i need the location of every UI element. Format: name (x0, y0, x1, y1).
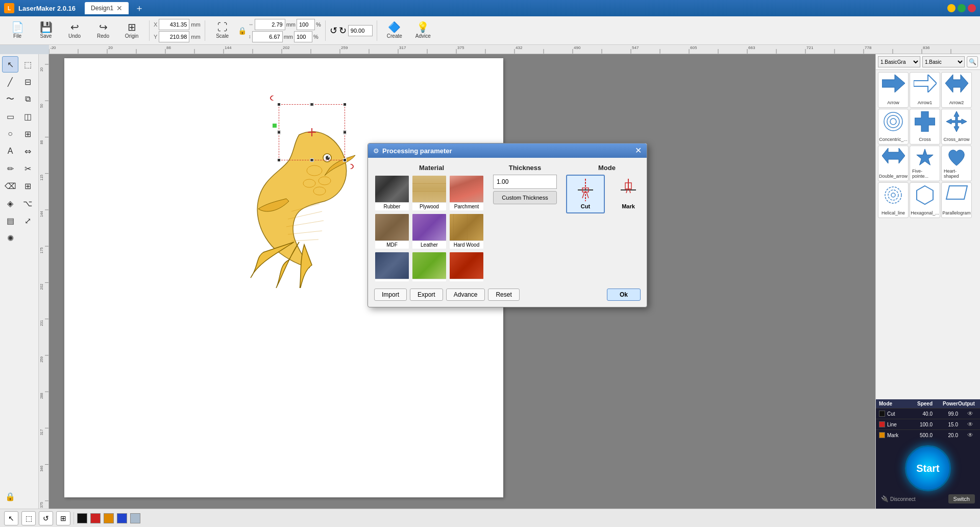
security-button[interactable]: 🔒 (2, 488, 18, 505)
h-input[interactable] (252, 31, 283, 42)
shape-heart[interactable]: Heart-shaped (941, 146, 972, 181)
shape-arrow2[interactable]: Arrow2 (941, 72, 972, 108)
w-input[interactable] (255, 19, 285, 30)
minimize-button[interactable] (947, 4, 955, 12)
fill-tool[interactable]: ◈ (2, 195, 18, 211)
material-parchment[interactable]: Parchment (449, 175, 484, 211)
rotate-handle-tl[interactable] (269, 94, 276, 102)
dialog-close-button[interactable]: ✕ (635, 147, 642, 155)
file-button[interactable]: 📄 File (4, 18, 31, 43)
y-input[interactable] (159, 31, 189, 42)
offset-tool[interactable]: ◫ (19, 108, 36, 125)
material-hardwood[interactable]: Hard Wood (449, 213, 484, 250)
shape-selector-2[interactable]: 1.Basic (922, 56, 965, 67)
ok-button[interactable]: Ok (607, 289, 641, 301)
app-tab[interactable]: Design1 ✕ (85, 2, 129, 14)
shape-arrow[interactable]: Arrow (878, 72, 909, 108)
mark-mode-name[interactable]: Mark (879, 432, 907, 438)
cut-tool[interactable]: ✂ (19, 160, 36, 177)
start-button[interactable]: Start (905, 445, 951, 491)
maximize-button[interactable] (958, 4, 966, 12)
material-fabric2[interactable] (411, 251, 447, 282)
shape-hexagonal[interactable]: Hexagonal_... (910, 182, 940, 218)
shape-five-pointed[interactable]: Five-pointe... (910, 146, 940, 181)
rotate-cw-icon[interactable]: ↻ (339, 25, 347, 36)
eraser-tool[interactable]: ⌫ (2, 178, 18, 194)
handle-tr[interactable] (343, 103, 347, 106)
color-swatch-orange[interactable] (104, 513, 114, 523)
pencil-tool[interactable]: ✏ (2, 160, 18, 177)
shape-concentric[interactable]: Concentric_... (878, 109, 909, 145)
trace-tool[interactable]: ⤢ (19, 212, 36, 229)
mode-cut-option[interactable]: Cut (566, 175, 605, 213)
scale-button[interactable]: ⛶ Scale (209, 18, 236, 43)
curve-tool[interactable]: 〜 (2, 91, 18, 107)
refresh-bottom-tool[interactable]: ↺ (39, 511, 53, 525)
handle-bm[interactable] (310, 158, 314, 162)
angle-input[interactable] (348, 25, 373, 36)
color-swatch-gray[interactable] (130, 513, 140, 523)
shape-selector-1[interactable]: 1.BasicGra (878, 56, 920, 67)
x-input[interactable] (159, 19, 189, 30)
handle-br[interactable] (343, 158, 347, 162)
import-button[interactable]: Import (374, 289, 407, 301)
material-mdf[interactable]: MDF (374, 213, 410, 250)
export-button[interactable]: Export (410, 289, 443, 301)
color-swatch-black[interactable] (77, 513, 87, 523)
shape-cross[interactable]: Cross (910, 109, 940, 145)
select-tool[interactable]: ↖ (2, 56, 18, 73)
line-eye-icon[interactable]: 👁 (958, 421, 973, 428)
create-button[interactable]: 🔷 Create (381, 18, 408, 43)
reset-button[interactable]: Reset (488, 289, 519, 301)
mode-mark-option[interactable]: Mark (609, 175, 648, 213)
thickness-input[interactable] (493, 175, 557, 189)
material-fabric3[interactable] (449, 251, 484, 282)
mirror-tool[interactable]: ⇔ (19, 143, 36, 159)
advance-button[interactable]: Advance (446, 289, 485, 301)
color-swatch-red[interactable] (90, 513, 101, 523)
color-swatch-blue[interactable] (117, 513, 127, 523)
shape-cross-arrow[interactable]: Cross_arrow (941, 109, 972, 145)
line-tool[interactable]: ╱ (2, 74, 18, 90)
w-pct-input[interactable] (297, 19, 315, 30)
redo-button[interactable]: ↪ Redo (90, 18, 116, 43)
cut-mode-name[interactable]: Cut (879, 411, 907, 417)
handle-mr[interactable] (343, 131, 347, 134)
line-mode-name[interactable]: Line (879, 421, 907, 427)
shape-double-arrow[interactable]: Double_arrow (878, 146, 909, 181)
handle-ml[interactable] (277, 131, 281, 134)
handle-bl[interactable] (277, 158, 281, 162)
material-leather[interactable]: Leather (411, 213, 447, 250)
material-rubber[interactable]: Rubber (374, 175, 410, 211)
origin-button[interactable]: ⊞ Origin (118, 18, 145, 43)
material-plywood[interactable]: Plywood (411, 175, 447, 211)
optimize-tool[interactable]: ⌥ (19, 195, 36, 211)
handle-tl[interactable] (277, 103, 281, 106)
array-tool[interactable]: ⊞ (19, 178, 36, 194)
undo-button[interactable]: ↩ Undo (61, 18, 88, 43)
cut-eye-icon[interactable]: 👁 (958, 410, 973, 417)
handle-tm[interactable] (310, 103, 314, 106)
disconnect-button[interactable]: 🔌 Disconnect (881, 495, 915, 502)
node-tool[interactable]: ⬚ (19, 56, 36, 73)
rect-tool[interactable]: ▭ (2, 108, 18, 125)
custom-thickness-button[interactable]: Custom Thickness (493, 191, 557, 204)
advice-button[interactable]: 💡 Advice (410, 18, 436, 43)
shape-helical[interactable]: Helical_line (878, 182, 909, 218)
text-tool[interactable]: A (2, 143, 18, 159)
switch-button[interactable]: Switch (948, 494, 975, 504)
tab-add-icon[interactable]: ＋ (135, 2, 144, 14)
shape-search-button[interactable]: 🔍 (967, 56, 978, 67)
save-button[interactable]: 💾 Save (33, 18, 59, 43)
circle-tool[interactable]: ○ (2, 126, 18, 142)
copy-tool[interactable]: ⧉ (19, 91, 36, 107)
h-pct-input[interactable] (294, 31, 312, 42)
align-tool[interactable]: ⊟ (19, 74, 36, 90)
grid-bottom-tool[interactable]: ⊞ (56, 511, 70, 525)
select-bottom-tool[interactable]: ↖ (4, 511, 18, 525)
rotate-ccw-icon[interactable]: ↺ (330, 25, 337, 36)
grid-tool[interactable]: ⊞ (19, 126, 36, 142)
layer-tool[interactable]: ▤ (2, 212, 18, 229)
tab-close-icon[interactable]: ✕ (116, 4, 122, 12)
shape-arrow1[interactable]: Arrow1 (910, 72, 940, 108)
